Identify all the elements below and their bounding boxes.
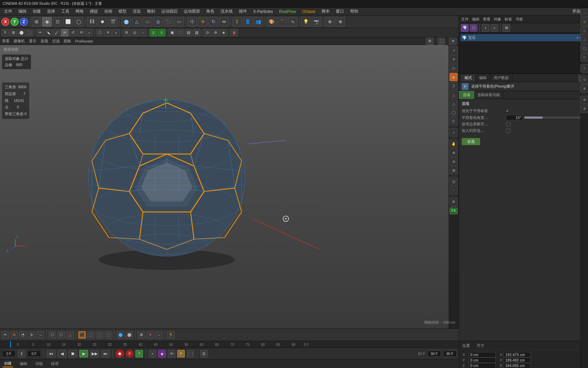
om-file[interactable]: 文件 [461, 17, 469, 22]
select-all-button[interactable]: 全选 [462, 138, 480, 145]
tb2-trash[interactable]: 🗑 [230, 29, 238, 36]
go-start-button[interactable]: ⏮ [47, 350, 55, 357]
record-q-button[interactable]: ? [135, 350, 143, 357]
rv-icon2[interactable]: △ [581, 27, 588, 35]
viewport-mode-button[interactable]: ⊞ [32, 17, 41, 27]
rv-icon8[interactable]: ⊕ [581, 85, 588, 93]
x-size-input[interactable] [504, 352, 531, 357]
tb2-point[interactable]: • [112, 29, 120, 36]
menu-xparticles[interactable]: X-Particles [250, 9, 276, 15]
menu-create[interactable]: 创建 [30, 8, 44, 15]
om-edit[interactable]: 编辑 [472, 17, 479, 22]
viewport-render-button[interactable]: ⬜ [63, 17, 73, 27]
om-icon-dot1[interactable]: • [482, 24, 489, 32]
viewport-close[interactable]: ✕ [449, 37, 457, 45]
vt-zoom2[interactable]: ⊖ [450, 157, 458, 166]
menu-realflow[interactable]: RealFlow [276, 9, 299, 15]
vt-arrow[interactable]: ↗ [450, 46, 458, 55]
stop-button[interactable]: ⏹ [68, 350, 77, 357]
tb2-cube[interactable]: ⬛ [26, 29, 33, 36]
tl-tool5[interactable]: → [37, 331, 44, 339]
y-position-input[interactable] [469, 357, 496, 363]
tl-mesh1[interactable]: ⊞ [137, 331, 145, 339]
axis-z-button[interactable]: Z [20, 18, 28, 26]
phong-angle-input[interactable] [506, 115, 523, 120]
tl-cube4[interactable]: ⬚ [105, 331, 112, 339]
tb2-arrow[interactable]: → [139, 29, 147, 36]
tb2-icon3[interactable]: ▤ [185, 29, 192, 36]
timeline-track[interactable]: 0 5 10 15 20 25 30 35 40 45 50 55 60 65 … [0, 341, 459, 348]
phong-angle-slider[interactable] [524, 117, 585, 119]
move-tool[interactable]: ✛ [198, 17, 208, 27]
tb2-rotate2[interactable]: ↺ [69, 29, 77, 36]
cylinder-tool[interactable]: ⬭ [143, 17, 152, 27]
vt-p1[interactable]: + [450, 128, 458, 137]
attr-tab-mode[interactable]: 模式 [461, 74, 476, 81]
dots-button[interactable]: ⋮⋮ [187, 350, 194, 357]
viewport-menu-filter[interactable]: 过滤 [52, 39, 60, 44]
rv-icon9[interactable]: ⚙ [581, 96, 588, 104]
viewport-menu-display[interactable]: 显示 [29, 39, 36, 44]
bend-tool[interactable]: ⌒ [277, 17, 287, 27]
tb2-mesh[interactable]: ⊞ [10, 29, 17, 36]
om-icon-gem[interactable]: 💎 [461, 24, 469, 32]
vt-triangle2[interactable]: △ [450, 99, 458, 108]
loop-button[interactable]: ⟳ [168, 350, 175, 357]
viewport-fullscreen[interactable]: ⛶ [438, 37, 445, 45]
select-add-button[interactable]: ➕ [187, 17, 197, 27]
vt-c-shape[interactable]: Ↄ [450, 82, 458, 90]
menu-script[interactable]: 脚本 [319, 8, 332, 15]
tb2-icon6[interactable]: ⊚ [212, 29, 219, 36]
tb2-scale2[interactable]: ↔ [85, 29, 93, 36]
tb2-ring[interactable]: ◎ [131, 29, 138, 36]
viewport[interactable]: X Y Z 透视视图 选取对象 总计 边缘 900 [0, 45, 459, 328]
use-edge-checkbox[interactable] [506, 122, 511, 127]
menu-render[interactable]: 渲染 [130, 8, 144, 15]
btab-function[interactable]: 功能 [34, 361, 44, 367]
timeline-expand[interactable]: ☰ [200, 350, 208, 357]
tl-sphere2[interactable]: ⬤ [126, 331, 133, 339]
vt-camera[interactable]: 🎥 [450, 64, 458, 72]
viewport-menu-camera[interactable]: 摄像机 [14, 39, 25, 44]
tb2-icon2[interactable]: ⬚ [177, 29, 184, 36]
viewport-menu-view[interactable]: 查看 [2, 39, 10, 44]
viewport-single-button[interactable]: ◉ [42, 17, 52, 27]
attr-tab-userdata[interactable]: 用户数据 [490, 74, 512, 81]
frame-input2[interactable] [27, 351, 41, 357]
tb2-select2[interactable]: ⊳ [61, 29, 68, 36]
tb2-s1[interactable]: S [150, 29, 157, 36]
tl-tool3[interactable]: ◔ [19, 331, 27, 339]
attr-tab-edit[interactable]: 编辑 [476, 74, 490, 81]
menu-pipeline[interactable]: 流水线 [218, 8, 235, 15]
z-position-input[interactable] [469, 363, 496, 368]
y-size-input[interactable] [504, 357, 531, 363]
tb2-knife[interactable]: 🔪 [45, 29, 52, 36]
menu-edit[interactable]: 编辑 [16, 8, 29, 15]
vt-triangle[interactable]: △ [450, 91, 458, 99]
tl-cube2[interactable]: ⬚ [87, 331, 95, 339]
menu-sculpt[interactable]: 雕刻 [144, 8, 158, 15]
add-select-checkbox[interactable] [506, 128, 511, 133]
torus-tool[interactable]: ◎ [153, 17, 163, 27]
cone-tool[interactable]: △ [132, 17, 142, 27]
film-strip-button[interactable]: 🎞 [87, 17, 97, 27]
frame-up-down[interactable]: ⇕ [18, 350, 25, 357]
tb2-pen[interactable]: 🖊 [53, 29, 60, 36]
om-view[interactable]: 查看 [483, 17, 490, 22]
end-frame-input2[interactable] [443, 351, 457, 357]
record-pos-button[interactable]: P [126, 350, 133, 357]
rv-icon10[interactable]: ⚙ [581, 105, 588, 113]
btab-create[interactable]: 创建 [3, 360, 13, 367]
record-all-button[interactable]: ⏺ [116, 350, 124, 358]
end-frame-input[interactable] [427, 351, 441, 357]
go-end-button[interactable]: ⏭ [101, 350, 110, 357]
menu-file[interactable]: 文件 [1, 8, 15, 15]
menu-window[interactable]: 窗口 [333, 8, 347, 15]
fx-label[interactable]: FX [450, 208, 458, 214]
scale-tool[interactable]: ⇔ [219, 17, 229, 27]
walk-tool[interactable]: 🚶 [232, 17, 242, 27]
btab-edit[interactable]: 编辑 [18, 361, 29, 367]
z-size-input[interactable] [504, 363, 531, 368]
gem-visibility1[interactable]: ● [576, 36, 578, 40]
vt-hand[interactable]: 🤚 [450, 140, 458, 148]
